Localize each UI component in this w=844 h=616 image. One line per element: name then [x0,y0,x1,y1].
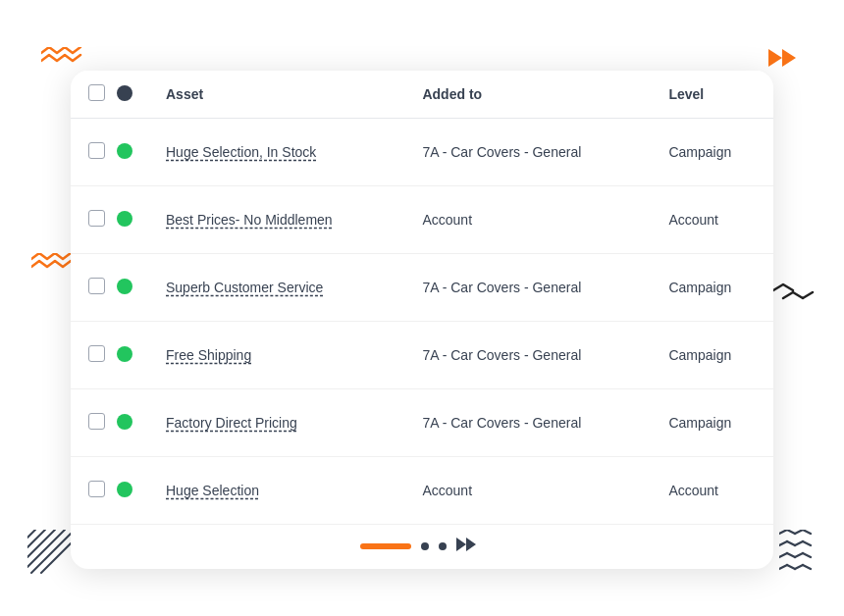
asset-name[interactable]: Best Prices- No Middlemen [166,212,333,228]
svg-line-21 [787,565,795,569]
assets-table: Asset Added to Level Huge Selection, In … [71,71,773,524]
row-status-dot [117,482,132,497]
row-level: Campaign [657,119,773,186]
row-checkbox-0[interactable] [88,142,105,159]
svg-line-13 [787,541,795,545]
row-level: Campaign [657,322,773,389]
row-level: Campaign [657,254,773,322]
diagonal-lines-icon [27,530,71,579]
asset-name[interactable]: Free Shipping [166,347,251,363]
row-asset: Superb Customer Service [154,254,410,322]
row-asset: Best Prices- No Middlemen [154,186,410,254]
row-added-to: Account [410,457,657,524]
pagination-next-icon[interactable] [456,537,484,555]
svg-line-15 [803,541,811,545]
svg-line-17 [787,553,795,557]
row-added-to: 7A - Car Covers - General [410,389,657,457]
row-status-dot [117,211,132,227]
svg-line-10 [795,530,803,534]
row-checkbox-cell [71,322,117,389]
header-checkbox-cell [71,71,117,119]
row-status-cell [117,389,154,457]
row-status-dot [117,279,132,294]
pagination-dot-1[interactable] [421,542,429,550]
table-row: Factory Direct Pricing 7A - Car Covers -… [71,389,773,457]
table-row: Huge Selection, In Stock 7A - Car Covers… [71,119,773,186]
row-status-cell [117,254,154,322]
pagination-bar [71,524,773,569]
fast-forward-icon-top [768,47,810,74]
row-checkbox-5[interactable] [88,481,105,497]
row-checkbox-cell [71,254,117,322]
table-row: Huge Selection Account Account [71,457,773,524]
row-asset: Factory Direct Pricing [154,389,410,457]
header-added-to: Added to [410,71,657,119]
svg-line-9 [787,530,795,534]
header-asset: Asset [154,71,410,119]
table-row: Free Shipping 7A - Car Covers - General … [71,322,773,389]
row-status-cell [117,457,154,524]
svg-line-11 [803,530,811,534]
row-status-dot [117,346,132,362]
row-level: Account [657,457,773,524]
svg-line-18 [795,553,803,557]
svg-line-3 [27,530,45,547]
row-added-to: 7A - Car Covers - General [410,119,657,186]
select-all-checkbox[interactable] [88,84,105,101]
svg-marker-1 [782,49,796,67]
table-row: Best Prices- No Middlemen Account Accoun… [71,186,773,254]
row-checkbox-1[interactable] [88,210,105,227]
svg-marker-0 [768,49,782,67]
row-status-cell [117,186,154,254]
svg-line-23 [803,565,811,569]
row-added-to: 7A - Car Covers - General [410,254,657,322]
svg-marker-24 [456,538,466,551]
svg-line-14 [795,541,803,545]
svg-line-19 [803,553,811,557]
svg-line-22 [795,565,803,569]
row-status-cell [117,322,154,389]
zigzag-icon-top-left [41,47,84,71]
row-checkbox-cell [71,457,117,524]
row-checkbox-cell [71,119,117,186]
row-level: Campaign [657,389,773,457]
main-card: Asset Added to Level Huge Selection, In … [71,71,773,569]
row-checkbox-cell [71,389,117,457]
row-level: Account [657,186,773,254]
zigzag-icon-bottom-right [779,530,817,585]
svg-line-8 [779,530,787,534]
row-asset: Huge Selection [154,457,410,524]
row-asset: Huge Selection, In Stock [154,119,410,186]
pagination-dot-2[interactable] [439,542,447,550]
row-asset: Free Shipping [154,322,410,389]
svg-line-16 [779,553,787,557]
wave-icon-right [771,282,817,316]
svg-line-12 [779,541,787,545]
row-checkbox-2[interactable] [88,278,105,294]
table-row: Superb Customer Service 7A - Car Covers … [71,254,773,322]
pagination-current-indicator[interactable] [360,543,411,549]
header-level: Level [657,71,773,119]
row-status-dot [117,414,132,430]
asset-name[interactable]: Huge Selection, In Stock [166,144,316,160]
row-added-to: 7A - Car Covers - General [410,322,657,389]
row-checkbox-4[interactable] [88,413,105,430]
asset-name[interactable]: Factory Direct Pricing [166,415,297,431]
svg-line-20 [779,565,787,569]
svg-line-2 [27,530,35,538]
row-status-cell [117,119,154,186]
asset-name[interactable]: Superb Customer Service [166,280,323,295]
header-status-cell [117,71,154,119]
row-checkbox-cell [71,186,117,254]
row-status-dot [117,143,132,159]
svg-marker-25 [466,538,476,551]
header-status-dot [117,85,132,101]
row-added-to: Account [410,186,657,254]
svg-line-5 [27,530,65,567]
svg-line-6 [31,534,71,573]
row-checkbox-3[interactable] [88,345,105,362]
zigzag-icon-mid-left [31,253,75,277]
table-header-row: Asset Added to Level [71,71,773,119]
asset-name[interactable]: Huge Selection [166,483,259,498]
